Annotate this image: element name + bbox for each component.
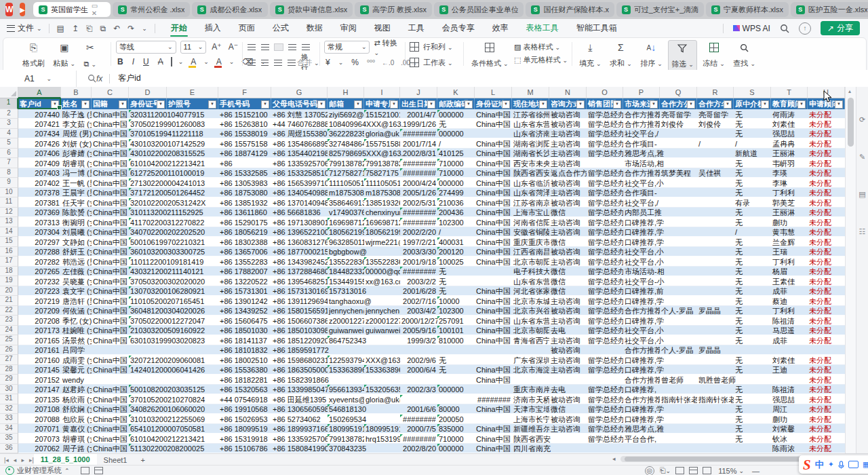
row-number-14[interactable]: 14 <box>0 227 18 237</box>
column-header-G[interactable]: G <box>271 87 328 98</box>
filter-dropdown-icon[interactable]: ▼ <box>761 100 769 109</box>
cell-P24[interactable]: 社交平台,小 <box>623 326 734 335</box>
cell-I15[interactable]: wjrme221@ <box>364 238 400 246</box>
decrease-indent-icon[interactable] <box>288 44 296 50</box>
find-button[interactable]: 查找 ⌄ <box>730 40 758 70</box>
cell-U10[interactable]: 未分配 <box>808 188 845 197</box>
cell-P5[interactable]: 合作项目- <box>623 139 697 148</box>
cell-U4[interactable]: 未分配 <box>808 129 845 138</box>
cell-B21[interactable]: 唐浩轩 (男 <box>61 297 92 305</box>
cell-S2[interactable]: 无 <box>734 110 771 119</box>
cell-B34[interactable]: 黄嘉仪 (女 <box>61 424 92 433</box>
row-number-10[interactable]: 10 <box>0 188 18 197</box>
ime-mode-chinese[interactable]: 中 <box>815 459 824 471</box>
cell-L14[interactable]: China中国 <box>475 227 512 236</box>
cell-M35[interactable]: 陕西省西安 <box>512 434 587 443</box>
cell-N26[interactable]: 被动咨询 <box>549 345 623 354</box>
row-number-13[interactable]: 13 <box>0 217 18 227</box>
cell-G9[interactable]: +86 1565399710 <box>271 178 328 187</box>
export-icon[interactable]: ↥ <box>72 24 79 33</box>
cell-C24[interactable]: China中国 <box>92 326 129 335</box>
cell-F33[interactable]: +86 15026953 <box>218 415 271 423</box>
cell-C9[interactable]: China中国 <box>92 178 129 187</box>
cell-U27[interactable]: 未分配 <box>808 356 845 364</box>
cell-J32[interactable]: 2001/6/6 <box>400 404 437 413</box>
row-number-26[interactable]: 26 <box>0 345 18 355</box>
cell-A12[interactable]: 207369 <box>18 208 61 216</box>
cell-G27[interactable]: +86 1598680231 <box>271 356 328 364</box>
cell-N12[interactable]: 微信 <box>549 208 587 216</box>
cell-I31[interactable]: gloria@uk@ <box>364 395 400 404</box>
doc-tab-7[interactable]: S可过_支付宝+_滴滴 <box>616 2 704 17</box>
cell-T9[interactable]: 李琳 <box>771 178 808 187</box>
cell-S24[interactable]: 无 <box>734 326 771 335</box>
docer-icon[interactable]: ▶ <box>20 3 25 16</box>
cell-D18[interactable]: 430321200211140121 <box>129 267 218 276</box>
menu-tab-0[interactable]: 开始 <box>162 19 196 37</box>
cell-F31[interactable]: +44 07546918 <box>218 395 271 404</box>
cell-U13[interactable]: 未分配 <box>808 218 845 227</box>
fill-button[interactable]: ⤓填充 ⌄ <box>576 40 604 70</box>
cell-N28[interactable]: 主动咨询 <box>549 365 587 374</box>
cell-S27[interactable]: 无 <box>734 356 771 364</box>
file-menu[interactable]: 文件 ⌄ <box>7 22 42 34</box>
cell-G7[interactable]: +86 1335925706 <box>271 159 328 168</box>
cell-T11[interactable]: 郭美芝 <box>771 198 808 207</box>
cell-T6[interactable]: 王丽淋 <box>771 149 808 157</box>
percent-icon[interactable]: % <box>350 58 360 67</box>
cell-D35[interactable]: 610104200212213421 <box>129 434 218 443</box>
search-icon[interactable] <box>780 24 789 33</box>
cell-H6[interactable]: 825798695XXX@163. <box>328 149 400 157</box>
table-header-O[interactable]: 销售团队▼ <box>587 98 623 109</box>
cell-L32[interactable]: China中国 <box>475 404 512 413</box>
cell-G19[interactable]: +86 1395468251 <box>271 277 328 286</box>
column-header-I[interactable]: I <box>364 87 400 98</box>
cell-A25[interactable]: 207165 <box>18 336 61 345</box>
font-color-button[interactable]: A <box>215 57 223 66</box>
cell-Q2[interactable]: 亮哥留学 <box>660 110 697 119</box>
menu-tab-10[interactable]: 表格工具 <box>517 19 568 37</box>
cell-B19[interactable]: 吴晓蔓 (女 <box>61 277 92 286</box>
cell-O2[interactable]: 留学总经办 <box>587 110 623 119</box>
cell-I27[interactable]: XXX@163.c <box>364 356 400 364</box>
cell-N14[interactable]: 主动咨询 <box>549 227 587 236</box>
column-header-D[interactable]: D <box>129 87 167 98</box>
cell-D23[interactable]: 370502200012272047 <box>129 316 218 325</box>
cell-H16[interactable]: bgbgbow@ <box>328 247 400 256</box>
align-right-icon[interactable] <box>274 60 282 66</box>
cell-L8[interactable]: China中国 <box>475 168 512 177</box>
cell-F28[interactable]: +86 15536380 <box>218 365 271 374</box>
cell-D20[interactable]: 130703200106280921 <box>129 286 218 295</box>
cell-F35[interactable]: +86 15319918 <box>218 434 271 443</box>
column-header-T[interactable]: T <box>771 87 808 98</box>
cell-K3[interactable]: 无 <box>437 119 475 128</box>
sort-button[interactable]: A↓排序 ⌄ <box>637 40 665 70</box>
cell-S31[interactable]: 无 <box>734 395 771 404</box>
cell-T10[interactable]: 丁利利 <box>771 188 808 197</box>
cell-R2[interactable]: 亮哥留学 <box>697 110 734 119</box>
cell-U5[interactable]: 未分配 <box>808 139 845 148</box>
cell-T7[interactable]: 韦岍羽 <box>771 159 808 168</box>
cell-B25[interactable]: 汤景然 (女 <box>61 336 92 345</box>
cell-J36[interactable]: 2002/8/20 <box>400 444 437 453</box>
font-size-select[interactable]: 11⌄ <box>180 41 207 54</box>
cell-B11[interactable]: 任天宇 (女 <box>61 198 92 207</box>
cell-A5[interactable]: 207426 <box>18 139 61 148</box>
cell-J24[interactable]: 2005/9/16 <box>400 326 437 335</box>
cell-O9[interactable]: 留学总经办 <box>587 178 623 187</box>
cell-P4[interactable]: 社交平台,/ <box>623 129 734 138</box>
cell-L15[interactable]: China中国 <box>475 238 512 246</box>
cell-C22[interactable]: China中国 <box>92 306 129 315</box>
cell-G31[interactable]: +86 田延维1395 <box>271 395 328 404</box>
cell-P32[interactable]: 口碑推荐,学 <box>623 404 734 413</box>
cell-I35[interactable]: hrq153199@ <box>364 434 400 443</box>
cell-H13[interactable]: 169698712 <box>328 218 364 227</box>
table-header-E[interactable]: 护照号▼ <box>167 98 218 109</box>
cell-K25[interactable]: 810000 <box>437 336 475 345</box>
row-number-22[interactable]: 22 <box>0 306 18 316</box>
cell-F36[interactable]: +86 15106786 <box>218 444 271 453</box>
row-number-19[interactable]: 19 <box>0 276 18 286</box>
rows-cols-button[interactable]: 行和列 ⌄ <box>423 42 453 52</box>
cell-J22[interactable]: 2003/4/2 <box>400 306 437 315</box>
cell-T21[interactable]: 蔡迪 <box>771 297 808 305</box>
